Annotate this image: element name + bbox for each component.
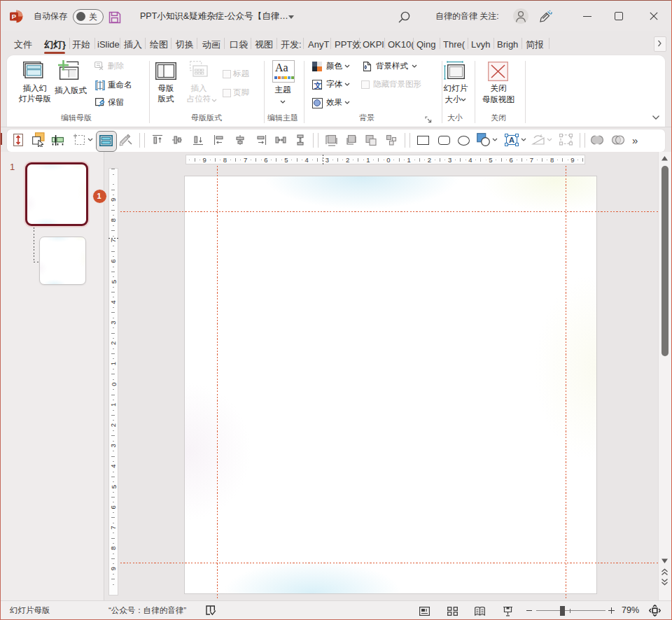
svg-text:1: 1 bbox=[110, 362, 118, 365]
svg-text:6: 6 bbox=[110, 505, 118, 509]
svg-text:5: 5 bbox=[110, 485, 118, 488]
svg-text:9: 9 bbox=[110, 567, 118, 570]
svg-text:6: 6 bbox=[110, 260, 118, 263]
svg-text:9: 9 bbox=[110, 198, 118, 202]
svg-text:2: 2 bbox=[110, 423, 118, 427]
svg-text:8: 8 bbox=[110, 547, 118, 550]
svg-text:3: 3 bbox=[110, 320, 118, 324]
svg-text:2: 2 bbox=[110, 341, 118, 345]
svg-text:7: 7 bbox=[110, 239, 118, 242]
svg-text:8: 8 bbox=[110, 218, 118, 222]
svg-text:4: 4 bbox=[110, 300, 118, 304]
svg-text:A: A bbox=[509, 136, 514, 144]
svg-text:P: P bbox=[12, 13, 17, 20]
svg-text:0: 0 bbox=[110, 382, 118, 386]
svg-text:5: 5 bbox=[110, 280, 118, 283]
svg-text:3: 3 bbox=[110, 444, 118, 447]
svg-text:4: 4 bbox=[110, 465, 118, 468]
svg-text:7: 7 bbox=[110, 526, 118, 529]
svg-text:1: 1 bbox=[110, 403, 118, 407]
